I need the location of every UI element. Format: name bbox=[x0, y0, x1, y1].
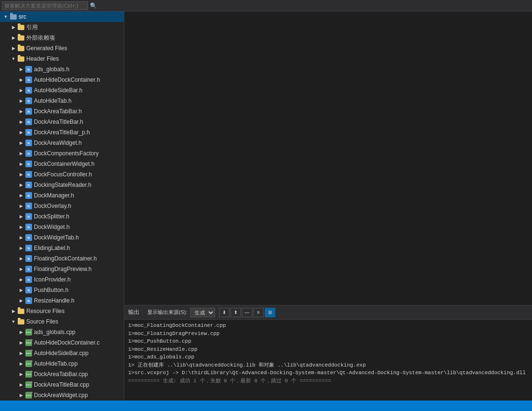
file-icon-dockcomponentsfactory-h: h bbox=[25, 150, 33, 157]
tree-item-autohidetab-cpp[interactable]: c++ AutoHideTab.cpp bbox=[0, 358, 124, 369]
tree-item-dockareawidget-h[interactable]: h DockAreaWidget.h bbox=[0, 138, 124, 148]
tree-item-dockcomponentsfactory-h[interactable]: h DockComponentsFactory bbox=[0, 148, 124, 159]
file-icon-autohidedockcontainer-h: h bbox=[25, 76, 33, 84]
tree-item-autohidedockcontainer-cpp[interactable]: c++ AutoHideDockContainer.c bbox=[0, 337, 124, 348]
tree-label-dockareatitlebar-h: DockAreaTitleBar.h bbox=[34, 119, 122, 125]
tree-label-dockfocuscontroller-h: DockFocusController.h bbox=[34, 171, 122, 178]
output-btn-wrap[interactable]: ≡ bbox=[253, 308, 264, 317]
solution-explorer-search-input[interactable] bbox=[2, 1, 88, 10]
tree-label-autohidedockcontainer-cpp: AutoHideDockContainer.c bbox=[34, 339, 122, 346]
output-line-2: 1>moc_FloatingDragPreview.cpp bbox=[128, 330, 528, 338]
tree-item-source-files[interactable]: Source Files bbox=[0, 316, 124, 327]
expand-arrow-autohidedockcontainer-h bbox=[17, 76, 25, 84]
tree-item-dockwidget-h[interactable]: h DockWidget.h bbox=[0, 222, 124, 232]
tree-label-iconprovider-h: IconProvider.h bbox=[34, 276, 122, 283]
expand-arrow-elidinglabel-h bbox=[17, 244, 25, 252]
tree-item-dockmanager-h[interactable]: h DockManager.h bbox=[0, 190, 124, 201]
tree-item-dockfocuscontroller-h[interactable]: h DockFocusController.h bbox=[0, 169, 124, 180]
tree-label-external-deps: 外部依赖项 bbox=[26, 34, 122, 42]
tree-label-dockareatitlebar-cpp: DockAreaTitleBar.cpp bbox=[34, 381, 122, 388]
tree-item-dockoverlay-h[interactable]: h DockOverlay.h bbox=[0, 201, 124, 211]
file-icon-floatingdragpreview-h: h bbox=[25, 265, 33, 273]
expand-arrow-dockwidgettab-h bbox=[17, 234, 25, 241]
output-line-5: 1>moc_ads_globals.cpp bbox=[128, 353, 528, 361]
folder-icon-generated-files bbox=[17, 44, 25, 52]
tree-label-header-files: Header Files bbox=[26, 55, 122, 62]
output-line-8: ========== 生成: 成功 1 个，失败 0 个，最新 0 个，跳过 0… bbox=[128, 377, 528, 385]
tree-item-dockareatitlebar-cpp[interactable]: c++ DockAreaTitleBar.cpp bbox=[0, 379, 124, 390]
tree-item-autohidesidebar-h[interactable]: h AutoHideSideBar.h bbox=[0, 85, 124, 96]
tree-item-src[interactable]: src bbox=[0, 11, 124, 22]
output-btn-toggle[interactable]: ⊞ bbox=[265, 308, 275, 317]
expand-arrow-pushbutton-h bbox=[17, 286, 25, 294]
tree-item-dockwidgettab-h[interactable]: h DockWidgetTab.h bbox=[0, 232, 124, 243]
tree-item-refs[interactable]: 引用 bbox=[0, 22, 124, 32]
tree-label-ads-globals-h: ads_globals.h bbox=[34, 66, 122, 73]
tree-label-dockareawidget-h: DockAreaWidget.h bbox=[34, 140, 122, 146]
file-icon-dockareawidget-cpp: c++ bbox=[25, 391, 33, 399]
tree-item-dockareatitlebar-h[interactable]: h DockAreaTitleBar.h bbox=[0, 117, 124, 127]
editor-area[interactable] bbox=[124, 11, 532, 305]
file-icon-dockareawidget-h: h bbox=[25, 139, 33, 147]
output-btn-clear[interactable]: — bbox=[242, 308, 252, 317]
file-icon-pushbutton-h: h bbox=[25, 286, 33, 294]
tree-item-resource-files[interactable]: Resource Files bbox=[0, 306, 124, 316]
file-icon-dockareatitlebar-cpp: c++ bbox=[25, 381, 33, 389]
output-btn-scroll-start[interactable]: ⬆ bbox=[230, 308, 241, 317]
tree-label-generated-files: Generated Files bbox=[26, 45, 122, 52]
tree-item-dockcontainerwidget-h[interactable]: h DockContainerWidget.h bbox=[0, 159, 124, 169]
tree-item-floatingdockcontainer-h[interactable]: h FloatingDockContainer.h bbox=[0, 253, 124, 264]
folder-icon-src bbox=[10, 13, 17, 21]
tree-item-dockareawidget-cpp[interactable]: c++ DockAreaWidget.cpp bbox=[0, 390, 124, 400]
tree-item-generated-files[interactable]: Generated Files bbox=[0, 43, 124, 54]
output-line-1: 1>moc_FloatingDockContainer.cpp bbox=[128, 322, 528, 330]
output-source-dropdown[interactable]: 生成 bbox=[190, 308, 215, 317]
tree-item-dockingstatereader-h[interactable]: h DockingStateReader.h bbox=[0, 180, 124, 190]
top-search-bar: 🔍 bbox=[0, 0, 532, 11]
tree-label-autohidesidebar-h: AutoHideSideBar.h bbox=[34, 87, 122, 94]
tree-item-ads-globals-h[interactable]: h ads_globals.h bbox=[0, 64, 124, 75]
tree-label-elidinglabel-h: ElidingLabel.h bbox=[34, 245, 122, 251]
tree-item-autohidesidebar-cpp[interactable]: c++ AutoHideSideBar.cpp bbox=[0, 348, 124, 358]
tree-label-autohidetab-h: AutoHideTab.h bbox=[34, 97, 122, 104]
file-icon-dockingstatereader-h: h bbox=[25, 181, 33, 189]
expand-arrow-refs bbox=[10, 23, 17, 31]
tree-label-dockareatitlebar-p-h: DockAreaTitleBar_p.h bbox=[34, 129, 122, 136]
tree-item-autohidetab-h[interactable]: h AutoHideTab.h bbox=[0, 96, 124, 106]
tree-item-external-deps[interactable]: 外部依赖项 bbox=[0, 32, 124, 43]
tree-label-source-files: Source Files bbox=[26, 318, 122, 325]
file-icon-dockareatabbar-cpp: c++ bbox=[25, 370, 33, 378]
output-btn-scroll-end[interactable]: ⬇ bbox=[219, 308, 229, 317]
file-icon-elidinglabel-h: h bbox=[25, 244, 33, 252]
expand-arrow-source-files bbox=[10, 318, 17, 325]
expand-arrow-autohidetab-cpp bbox=[17, 360, 25, 368]
file-icon-docksplitter-h: h bbox=[25, 213, 33, 220]
expand-arrow-generated-files bbox=[10, 44, 17, 52]
tree-item-dockareatitlebar-p-h[interactable]: h DockAreaTitleBar_p.h bbox=[0, 127, 124, 138]
tree-item-pushbutton-h[interactable]: h PushButton.h bbox=[0, 285, 124, 295]
tree-item-resizehandle-h[interactable]: h ResizeHandle.h bbox=[0, 295, 124, 306]
folder-icon-refs bbox=[17, 23, 25, 31]
tree-item-docksplitter-h[interactable]: h DockSplitter.h bbox=[0, 211, 124, 222]
main-layout: src 引用 外部依赖项 Generated bbox=[0, 11, 532, 400]
tree-label-src: src bbox=[19, 13, 122, 20]
tree-label-refs: 引用 bbox=[26, 23, 122, 32]
file-icon-ads-globals-h: h bbox=[25, 65, 33, 73]
expand-arrow-resizehandle-h bbox=[17, 297, 25, 304]
tree-item-iconprovider-h[interactable]: h IconProvider.h bbox=[0, 274, 124, 285]
tree-item-autohidedockcontainer-h[interactable]: h AutoHideDockContainer.h bbox=[0, 75, 124, 85]
search-button[interactable]: 🔍 bbox=[88, 1, 99, 10]
tree-item-header-files[interactable]: Header Files bbox=[0, 54, 124, 64]
tree-item-elidinglabel-h[interactable]: h ElidingLabel.h bbox=[0, 243, 124, 253]
tree-label-pushbutton-h: PushButton.h bbox=[34, 287, 122, 293]
output-line-6: 1> 正在创建库 ..\lib\qtadvanceddocking.lib 和对… bbox=[128, 361, 528, 369]
tree-item-floatingdragpreview-h[interactable]: h FloatingDragPreview.h bbox=[0, 264, 124, 274]
tree-item-ads-globals-cpp[interactable]: c++ ads_globals.cpp bbox=[0, 327, 124, 337]
expand-arrow-dockfocuscontroller-h bbox=[17, 171, 25, 178]
tree-item-dockareatab-h[interactable]: h DockAreaTabBar.h bbox=[0, 106, 124, 117]
tree-item-dockareatabbar-cpp[interactable]: c++ DockAreaTabBar.cpp bbox=[0, 369, 124, 379]
expand-arrow-resource-files bbox=[10, 307, 17, 315]
expand-arrow-dockcontainerwidget-h bbox=[17, 160, 25, 168]
tree-label-ads-globals-cpp: ads_globals.cpp bbox=[34, 329, 122, 335]
expand-arrow-dockoverlay-h bbox=[17, 202, 25, 210]
